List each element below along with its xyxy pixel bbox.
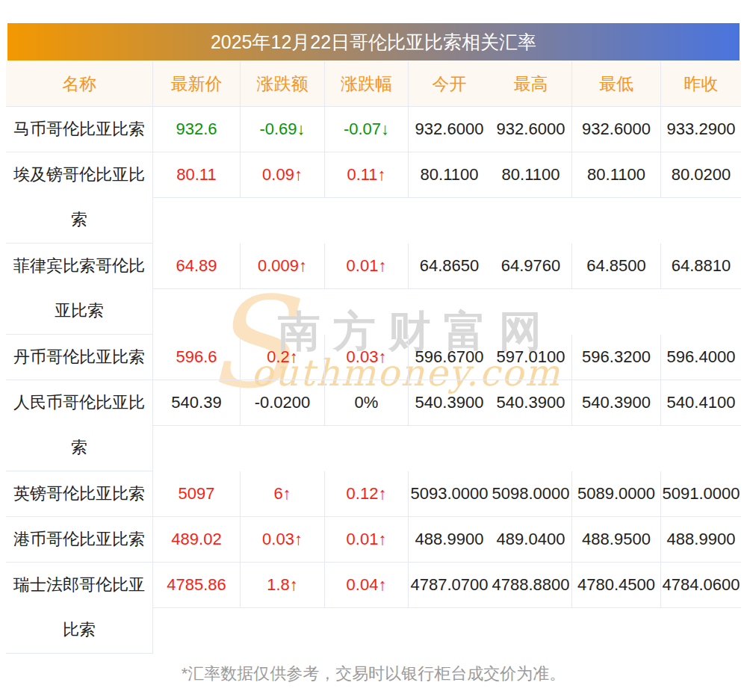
cell-change: 0.03↑	[240, 517, 324, 563]
currency-name: 瑞士法郎哥伦比亚比索	[6, 563, 153, 654]
cell-pct: 0.01↑	[324, 244, 408, 289]
table-row: 英镑哥伦比亚比索50976↑0.12↑5093.00005098.0000508…	[6, 471, 741, 517]
cell-latest: 80.11	[153, 152, 240, 198]
currency-name: 丹币哥伦比亚比索	[6, 335, 153, 380]
cell-change: -0.0200	[240, 380, 324, 426]
column-header-low: 最低	[571, 61, 660, 106]
cell-change: 0.09↑	[240, 152, 324, 198]
currency-name: 马币哥伦比亚比索	[6, 107, 153, 152]
cell-change: 1.8↑	[240, 563, 324, 608]
cell-prev: 5091.0000	[660, 471, 741, 517]
table-row: 人民币哥伦比亚比索540.39-0.02000%540.3900540.3900…	[6, 380, 741, 471]
cell-low: 932.6000	[571, 107, 660, 152]
table-row: 埃及镑哥伦比亚比索80.110.09↑0.11↑80.110080.110080…	[6, 152, 741, 244]
cell-latest: 489.02	[153, 517, 240, 563]
page: 2025年12月22日哥伦比亚比索相关汇率 名称 最新价 涨跌额 涨跌幅 今开 …	[0, 0, 747, 685]
currency-name: 菲律宾比索哥伦比亚比索	[6, 244, 153, 335]
currency-name: 港币哥伦比亚比索	[6, 517, 153, 563]
cell-pct: 0.11↑	[324, 152, 408, 198]
footnote: *汇率数据仅供参考，交易时以银行柜台成交价为准。	[0, 663, 747, 685]
cell-prev: 596.4000	[660, 335, 741, 380]
cell-latest: 4785.86	[153, 563, 240, 608]
cell-high: 597.0100	[490, 335, 571, 380]
cell-prev: 64.8810	[660, 244, 741, 289]
cell-low: 488.9500	[571, 517, 660, 563]
cell-open: 488.9900	[408, 517, 490, 563]
cell-low: 596.3200	[571, 335, 660, 380]
column-header-pct: 涨跌幅	[324, 61, 408, 106]
cell-prev: 933.2900	[660, 107, 741, 152]
cell-open: 932.6000	[408, 107, 490, 152]
cell-low: 80.1100	[571, 152, 660, 198]
cell-open: 540.3900	[408, 380, 490, 426]
rates-table: 名称 最新价 涨跌额 涨跌幅 今开 最高 最低 昨收 马币哥伦比亚比索932.6…	[6, 61, 741, 654]
column-header-high: 最高	[490, 61, 571, 106]
cell-high: 489.0400	[490, 517, 571, 563]
column-header-name: 名称	[6, 61, 153, 106]
cell-change: 0.009↑	[240, 244, 324, 289]
cell-pct: 0%	[324, 380, 408, 426]
cell-pct: 0.04↑	[324, 563, 408, 608]
table-row: 马币哥伦比亚比索932.6-0.69↓-0.07↓932.6000932.600…	[6, 107, 741, 152]
cell-open: 4787.0700	[408, 563, 490, 608]
cell-latest: 64.89	[153, 244, 240, 289]
cell-low: 4780.4500	[571, 563, 660, 608]
table-row: 丹币哥伦比亚比索596.60.2↑0.03↑596.6700597.010059…	[6, 335, 741, 380]
table-row: 菲律宾比索哥伦比亚比索64.890.009↑0.01↑64.865064.976…	[6, 244, 741, 335]
table-body: 马币哥伦比亚比索932.6-0.69↓-0.07↓932.6000932.600…	[6, 107, 741, 654]
cell-low: 64.8500	[571, 244, 660, 289]
cell-high: 540.3900	[490, 380, 571, 426]
currency-name: 英镑哥伦比亚比索	[6, 471, 153, 517]
cell-latest: 932.6	[153, 107, 240, 152]
cell-high: 4788.8800	[490, 563, 571, 608]
cell-high: 80.1100	[490, 152, 571, 198]
cell-prev: 4784.0600	[660, 563, 741, 608]
title-banner: 2025年12月22日哥伦比亚比索相关汇率	[7, 23, 740, 61]
column-header-open: 今开	[408, 61, 490, 106]
cell-open: 5093.0000	[408, 471, 490, 517]
cell-low: 5089.0000	[571, 471, 660, 517]
cell-prev: 540.4100	[660, 380, 741, 426]
cell-open: 596.6700	[408, 335, 490, 380]
table-header-row: 名称 最新价 涨跌额 涨跌幅 今开 最高 最低 昨收	[6, 61, 741, 107]
cell-high: 5098.0000	[490, 471, 571, 517]
column-header-latest: 最新价	[153, 61, 240, 106]
currency-name: 埃及镑哥伦比亚比索	[6, 152, 153, 244]
cell-latest: 596.6	[153, 335, 240, 380]
cell-latest: 540.39	[153, 380, 240, 426]
page-title: 2025年12月22日哥伦比亚比索相关汇率	[211, 31, 536, 52]
cell-pct: 0.01↑	[324, 517, 408, 563]
cell-open: 64.8650	[408, 244, 490, 289]
cell-pct: 0.12↑	[324, 471, 408, 517]
cell-open: 80.1100	[408, 152, 490, 198]
cell-high: 932.6000	[490, 107, 571, 152]
cell-pct: 0.03↑	[324, 335, 408, 380]
column-header-change: 涨跌额	[240, 61, 324, 106]
cell-low: 540.3900	[571, 380, 660, 426]
currency-name: 人民币哥伦比亚比索	[6, 380, 153, 471]
cell-prev: 80.0200	[660, 152, 741, 198]
cell-change: -0.69↓	[240, 107, 324, 152]
cell-change: 0.2↑	[240, 335, 324, 380]
cell-latest: 5097	[153, 471, 240, 517]
table-row: 港币哥伦比亚比索489.020.03↑0.01↑488.9900489.0400…	[6, 517, 741, 563]
cell-change: 6↑	[240, 471, 324, 517]
cell-prev: 488.9900	[660, 517, 741, 563]
column-header-prev: 昨收	[660, 61, 741, 106]
table-row: 瑞士法郎哥伦比亚比索4785.861.8↑0.04↑4787.07004788.…	[6, 563, 741, 654]
cell-pct: -0.07↓	[324, 107, 408, 152]
cell-high: 64.9760	[490, 244, 571, 289]
